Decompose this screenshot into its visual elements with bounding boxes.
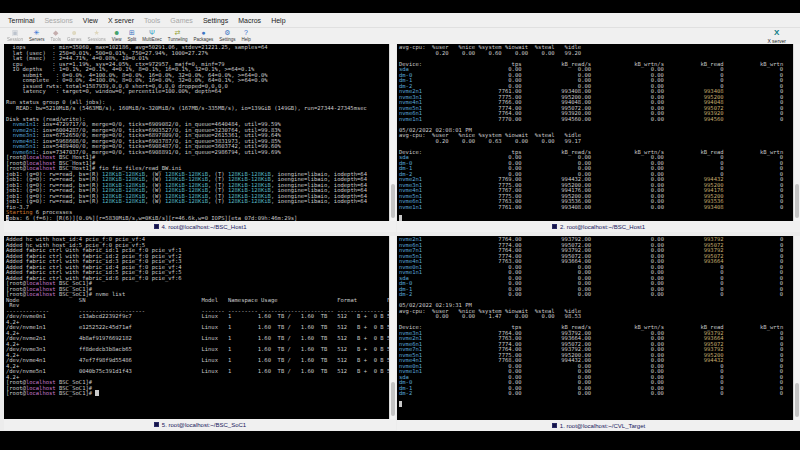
terminal-line: job1: (g=0): rw=read, bs=(R) 128KiB-128K… xyxy=(6,199,389,205)
tab-title: 1. root@localhost:~/CVL_Target xyxy=(560,423,645,429)
servers-icon: ✳ xyxy=(34,29,40,37)
menubar: TerminalSessionsViewX serverToolsGamesSe… xyxy=(0,13,800,28)
toolbar-button-label: Sessions xyxy=(88,38,106,43)
workspace: iops : min=35060, max=102186, avg=50291.… xyxy=(0,44,800,431)
terminal-top-left[interactable]: iops : min=35060, max=102186, avg=50291.… xyxy=(4,44,389,221)
letterbox-top xyxy=(0,0,800,13)
pane-bottom-right: nvme2n1 7764.00 993792.00 0.00 993792 0n… xyxy=(397,236,800,431)
menu-item-view[interactable]: View xyxy=(78,17,103,24)
tab-title: 2. root@localhost:~/BSC_Host1 xyxy=(560,224,645,230)
terminal-tab-icon xyxy=(552,224,557,229)
toolbar-button-games[interactable]: ☻Games xyxy=(64,29,85,43)
packages-icon: ● xyxy=(201,29,205,37)
terminal-line: nvme1n1 7761.00 993408.00 0.00 993408 0 xyxy=(399,205,793,211)
tab-title: 4. root@localhost:~/BSC_Host1 xyxy=(162,224,247,230)
scrollbar-thumb[interactable] xyxy=(391,184,395,218)
toolbar-button-label: Tunneling xyxy=(168,38,188,43)
toolbar-buttons: ▣Session✳Servers◆Tools☻Games★Sessions☻Vi… xyxy=(4,29,254,43)
terminal-line: /dev/nvme2n1 4b8af91976692182 Linux 1 1.… xyxy=(6,336,389,342)
scrollbar-top-right[interactable] xyxy=(793,44,800,221)
terminal-bottom-right[interactable]: nvme2n1 7764.00 993792.00 0.00 993792 0n… xyxy=(397,236,793,420)
multiexec-icon: Ψ xyxy=(149,29,155,37)
toolbar-button-label: Session xyxy=(7,38,23,43)
terminal-tab-icon xyxy=(552,423,557,428)
terminal-line: /dev/nvme0n1 c13abcd22392f9c7 Linux 1 1.… xyxy=(6,314,389,320)
toolbar: ▣Session✳Servers◆Tools☻Games★Sessions☻Vi… xyxy=(0,28,800,44)
scrollbar-thumb[interactable] xyxy=(391,382,395,416)
toolbar-button-label: Games xyxy=(67,38,82,43)
help-icon: ? xyxy=(244,29,248,37)
menu-item-x-server[interactable]: X server xyxy=(103,17,139,24)
pane-top-right: avg-cpu: %user %nice %system %iowait %st… xyxy=(397,44,800,232)
menu-item-macros[interactable]: Macros xyxy=(233,17,266,24)
tab-title: 5. root@localhost:~/BSC_SoC1 xyxy=(162,422,246,428)
terminal-line: /dev/nvme5n1 0040b75c391d1f43 Linux 1 1.… xyxy=(6,369,389,375)
scrollbar-thumb[interactable] xyxy=(795,383,799,417)
toolbar-button-session[interactable]: ▣Session xyxy=(4,29,26,43)
menu-item-help[interactable]: Help xyxy=(266,17,290,24)
scrollbar-thumb[interactable] xyxy=(795,184,799,218)
toolbar-button-label: Servers xyxy=(29,38,45,43)
menu-item-sessions[interactable]: Sessions xyxy=(39,17,77,24)
terminal-line: [root@localhost BSC_SoC1]# xyxy=(6,391,389,397)
toolbar-button-settings[interactable]: ⚙Settings xyxy=(216,29,238,43)
terminal-tab-icon xyxy=(154,224,159,229)
sessions-icon: ★ xyxy=(94,29,100,37)
toolbar-button-multiexec[interactable]: ΨMultiExec xyxy=(139,29,165,43)
tunneling-icon: ⇄ xyxy=(175,29,181,37)
pane-bottom-left: Added hc with host_id:4 pcie_f:0 pcie_vf… xyxy=(4,236,396,430)
games-icon: ☻ xyxy=(71,29,78,37)
toolbar-button-label: Settings xyxy=(219,38,235,43)
terminal-bottom-left[interactable]: Added hc with host_id:4 pcie_f:0 pcie_vf… xyxy=(4,236,389,419)
toolbar-button-label: Packages xyxy=(193,38,213,43)
menu-item-terminal[interactable]: Terminal xyxy=(3,17,39,24)
terminal-line xyxy=(399,402,793,408)
split-icon: ⊞ xyxy=(129,29,135,37)
terminal-top-right[interactable]: avg-cpu: %user %nice %system %iowait %st… xyxy=(397,44,793,221)
letterbox-bottom xyxy=(0,431,800,450)
toolbar-button-label: MultiExec xyxy=(142,38,162,43)
toolbar-button-label: View xyxy=(112,38,122,43)
terminal-line: READ: bw=5210MiB/s (5463MB/s), 160MiB/s-… xyxy=(6,106,389,112)
xserver-icon: X xyxy=(774,29,779,37)
menu-item-tools[interactable]: Tools xyxy=(139,17,165,24)
terminal-tab-icon xyxy=(154,422,159,427)
tab-bottom-left[interactable]: 5. root@localhost:~/BSC_SoC1 xyxy=(4,419,396,430)
settings-icon: ⚙ xyxy=(224,29,230,37)
terminal-line: /dev/nvme1n1 e1252522c45d71af Linux 1 1.… xyxy=(6,325,389,331)
pane-top-left: iops : min=35060, max=102186, avg=50291.… xyxy=(4,44,396,232)
tab-top-left[interactable]: 4. root@localhost:~/BSC_Host1 xyxy=(4,221,396,232)
toolbar-button-split[interactable]: ⊞Split xyxy=(125,29,140,43)
mobaxterm-window: TerminalSessionsViewX serverToolsGamesSe… xyxy=(0,13,800,431)
terminal-line: Node SN Model Namespace Usage Format FW xyxy=(6,298,389,304)
view-icon: ☻ xyxy=(113,29,120,37)
scrollbar-top-left[interactable] xyxy=(389,44,396,221)
scrollbar-bottom-left[interactable] xyxy=(389,236,396,419)
session-icon: ▣ xyxy=(12,29,19,37)
terminal-line: dm-2 0.00 0.00 0.00 0 0 xyxy=(399,391,793,397)
terminal-line: /dev/nvme3n1 ff8dedcb3b8acb65 Linux 1 1.… xyxy=(6,347,389,353)
scrollbar-bottom-right[interactable] xyxy=(793,236,800,420)
tab-bottom-right[interactable]: 1. root@localhost:~/CVL_Target xyxy=(397,420,800,431)
tab-top-right[interactable]: 2. root@localhost:~/BSC_Host1 xyxy=(397,221,800,232)
tools-icon: ◆ xyxy=(53,29,58,37)
terminal-line: nvme1n1 7770.00 994560.00 0.00 994560 0 xyxy=(399,117,793,123)
menu-item-games[interactable]: Games xyxy=(165,17,198,24)
toolbar-button-tunneling[interactable]: ⇄Tunneling xyxy=(165,29,191,43)
toolbar-button-sessions[interactable]: ★Sessions xyxy=(85,29,109,43)
menu-item-settings[interactable]: Settings xyxy=(198,17,233,24)
terminal-line: dm-2 0.00 0.00 0.00 0 0 xyxy=(399,292,793,298)
toolbar-button-help[interactable]: ?Help xyxy=(238,29,253,43)
terminal-line: /dev/nvme4n1 47ef7f98f9d55486 Linux 1 1.… xyxy=(6,358,389,364)
toolbar-button-servers[interactable]: ✳Servers xyxy=(26,29,48,43)
toolbar-button-view[interactable]: ☻View xyxy=(109,29,125,43)
xserver-button[interactable]: X X server xyxy=(767,29,796,44)
toolbar-button-label: Tools xyxy=(51,38,62,43)
toolbar-button-packages[interactable]: ●Packages xyxy=(190,29,216,43)
toolbar-button-label: Help xyxy=(241,38,250,43)
toolbar-button-label: Split xyxy=(128,38,137,43)
toolbar-button-tools[interactable]: ◆Tools xyxy=(48,29,65,43)
